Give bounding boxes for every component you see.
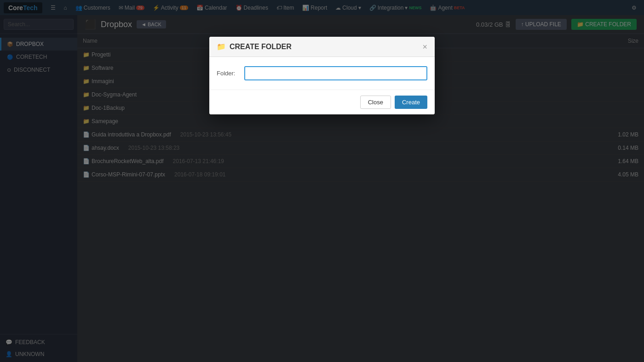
- create-button[interactable]: Create: [395, 96, 427, 109]
- close-button[interactable]: Close: [360, 96, 391, 109]
- folder-form-row: Folder:: [217, 66, 427, 80]
- modal-body: Folder:: [209, 57, 435, 90]
- modal-footer: Close Create: [209, 90, 435, 114]
- modal-overlay: 📁 CREATE FOLDER × Folder: Close Create: [0, 0, 644, 362]
- modal-title-icon: 📁: [217, 42, 226, 51]
- create-folder-modal: 📁 CREATE FOLDER × Folder: Close Create: [209, 37, 435, 114]
- modal-header: 📁 CREATE FOLDER ×: [209, 37, 435, 57]
- modal-close-button[interactable]: ×: [422, 43, 427, 51]
- folder-label: Folder:: [217, 70, 240, 77]
- folder-name-input[interactable]: [244, 66, 427, 80]
- modal-title: 📁 CREATE FOLDER: [217, 42, 292, 51]
